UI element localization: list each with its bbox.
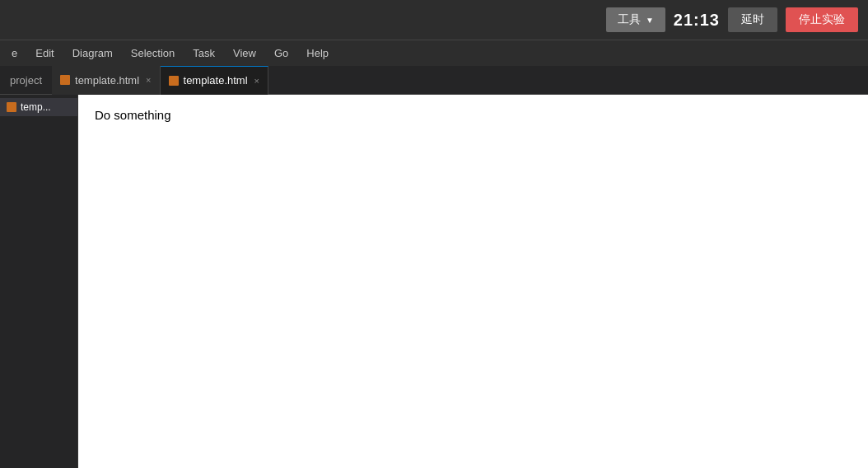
delay-button[interactable]: 延时: [728, 7, 777, 32]
sidebar-item-template[interactable]: temp...: [0, 98, 77, 116]
menu-item-edit[interactable]: Edit: [27, 44, 62, 63]
tabs-row: project template.html × template.html ×: [0, 66, 868, 95]
tab-1-close[interactable]: ×: [146, 75, 151, 85]
menu-item-task[interactable]: Task: [184, 44, 223, 63]
sidebar-file-icon: [7, 102, 16, 112]
tool-arrow-icon: ▼: [646, 16, 654, 25]
tab-2-file-icon: [169, 76, 179, 86]
tool-label: 工具: [618, 12, 641, 27]
tool-button[interactable]: 工具 ▼: [606, 7, 665, 32]
sidebar: temp...: [0, 95, 78, 468]
tab-2-close[interactable]: ×: [254, 76, 259, 86]
project-label: project: [0, 74, 52, 87]
menu-bar: e Edit Diagram Selection Task View Go He…: [0, 40, 868, 66]
menu-item-selection[interactable]: Selection: [123, 44, 183, 63]
editor-area[interactable]: Do something: [78, 95, 868, 468]
menu-item-view[interactable]: View: [225, 44, 264, 63]
menu-item-diagram[interactable]: Diagram: [64, 44, 121, 63]
tab-1-file-icon: [60, 75, 70, 85]
tab-1-name: template.html: [75, 74, 139, 87]
tab-2-name: template.html: [184, 74, 248, 87]
menu-item-go[interactable]: Go: [266, 44, 296, 63]
editor-content: Do something: [95, 108, 852, 122]
timer-display: 21:13: [674, 11, 720, 30]
tab-2[interactable]: template.html ×: [161, 66, 268, 95]
sidebar-item-label: temp...: [21, 101, 51, 113]
main-content: temp... Do something: [0, 95, 868, 468]
top-bar: 工具 ▼ 21:13 延时 停止实验: [0, 0, 868, 40]
tab-1[interactable]: template.html ×: [52, 66, 160, 95]
menu-item-e[interactable]: e: [3, 44, 26, 63]
stop-button[interactable]: 停止实验: [786, 7, 858, 32]
menu-item-help[interactable]: Help: [298, 44, 337, 63]
